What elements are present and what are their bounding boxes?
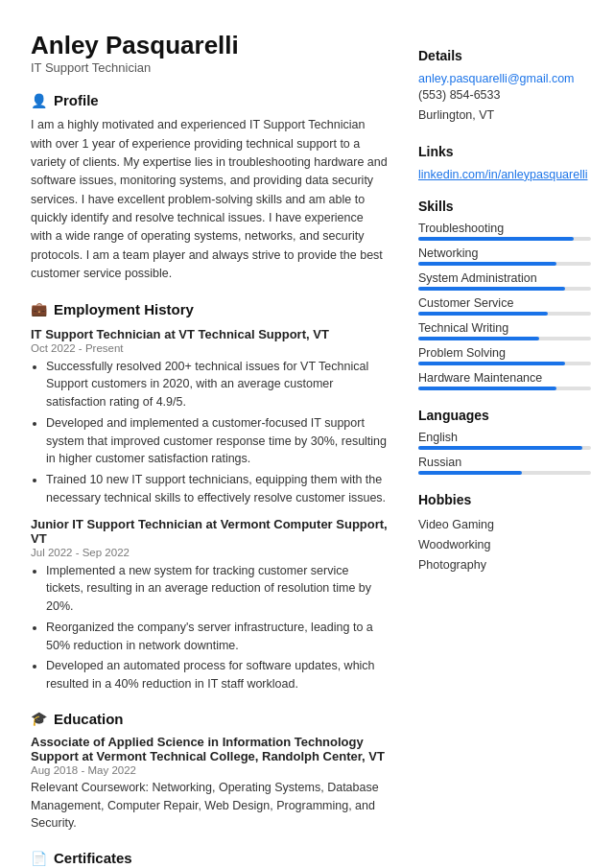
candidate-title: IT Support Technician bbox=[31, 60, 388, 75]
edu-date: Aug 2018 - May 2022 bbox=[31, 764, 388, 776]
skill-item: Technical Writing bbox=[418, 321, 591, 340]
links-section: Links linkedin.com/in/anleypasquarelli bbox=[418, 144, 591, 181]
skill-bar-bg bbox=[418, 237, 591, 241]
skill-label: Hardware Maintenance bbox=[418, 371, 591, 385]
linkedin-link[interactable]: linkedin.com/in/anleypasquarelli bbox=[418, 168, 588, 181]
phone: (553) 854-6533 bbox=[418, 85, 591, 106]
languages-section: Languages EnglishRussian bbox=[418, 408, 591, 475]
job-date: Jul 2022 - Sep 2022 bbox=[31, 547, 388, 558]
candidate-name: Anley Pasquarelli bbox=[31, 31, 388, 60]
skill-bar-fill bbox=[418, 362, 565, 365]
job-title: IT Support Technician at VT Technical Su… bbox=[31, 327, 388, 341]
skill-bar-bg bbox=[418, 337, 591, 340]
skill-item: Networking bbox=[418, 246, 591, 266]
skill-label: Problem Solving bbox=[418, 346, 591, 360]
profile-icon: 👤 bbox=[31, 93, 47, 108]
job-bullet: Developed an automated process for softw… bbox=[46, 657, 388, 693]
job-date: Oct 2022 - Present bbox=[31, 342, 388, 354]
skill-label: Networking bbox=[418, 246, 591, 260]
skill-item: Problem Solving bbox=[418, 346, 591, 365]
skill-bar-bg bbox=[418, 362, 591, 365]
skill-bar-fill bbox=[418, 337, 539, 340]
skill-label: System Administration bbox=[418, 271, 591, 285]
location: Burlington, VT bbox=[418, 106, 591, 126]
resume-header: Anley Pasquarelli IT Support Technician bbox=[31, 31, 388, 75]
language-label: English bbox=[418, 431, 591, 444]
education-section: 🎓 Education Associate of Applied Science… bbox=[31, 711, 388, 833]
links-section-label: Links bbox=[418, 144, 591, 159]
email-link[interactable]: anley.pasquarelli@gmail.com bbox=[418, 72, 575, 85]
hobbies-section: Hobbies Video GamingWoodworkingPhotograp… bbox=[418, 492, 591, 576]
skill-item: Customer Service bbox=[418, 296, 591, 316]
language-label: Russian bbox=[418, 456, 591, 469]
employment-section-label: Employment History bbox=[54, 301, 194, 317]
skill-item: Hardware Maintenance bbox=[418, 371, 591, 390]
skill-label: Troubleshooting bbox=[418, 222, 591, 235]
skill-bar-fill bbox=[418, 312, 548, 316]
languages-section-label: Languages bbox=[418, 408, 591, 423]
skill-bar-bg bbox=[418, 262, 591, 266]
skill-bar-fill bbox=[418, 387, 556, 390]
hobby-item: Video Gaming bbox=[418, 515, 591, 535]
skill-bar-fill bbox=[418, 262, 556, 266]
language-bar-fill bbox=[418, 446, 582, 450]
job-bullet: Reorganized the company's server infrast… bbox=[46, 619, 388, 655]
job-bullet: Developed and implemented a customer-foc… bbox=[46, 414, 388, 468]
certificates-section: 📄 Certificates CompTIA A+ CertificationM… bbox=[31, 850, 388, 868]
details-section-label: Details bbox=[418, 48, 591, 63]
language-bar-bg bbox=[418, 446, 591, 450]
skill-label: Customer Service bbox=[418, 296, 591, 310]
profile-section-label: Profile bbox=[54, 92, 99, 108]
cert-icon: 📄 bbox=[31, 851, 47, 866]
skill-bar-fill bbox=[418, 237, 574, 241]
edu-degree: Associate of Applied Science in Informat… bbox=[31, 735, 388, 763]
skill-bar-bg bbox=[418, 287, 591, 291]
cert-section-label: Certificates bbox=[54, 850, 132, 866]
language-item: Russian bbox=[418, 456, 591, 475]
job-title: Junior IT Support Technician at Vermont … bbox=[31, 517, 388, 546]
skills-section: Skills TroubleshootingNetworkingSystem A… bbox=[418, 199, 591, 390]
hobby-item: Photography bbox=[418, 555, 591, 575]
job-item: IT Support Technician at VT Technical Su… bbox=[31, 327, 388, 507]
skill-item: System Administration bbox=[418, 271, 591, 291]
education-icon: 🎓 bbox=[31, 711, 47, 726]
job-item: Junior IT Support Technician at Vermont … bbox=[31, 517, 388, 693]
language-item: English bbox=[418, 431, 591, 450]
language-bar-fill bbox=[418, 471, 522, 475]
skill-bar-fill bbox=[418, 287, 565, 291]
skill-bar-bg bbox=[418, 387, 591, 390]
employment-icon: 💼 bbox=[31, 301, 47, 317]
profile-text: I am a highly motivated and experienced … bbox=[31, 116, 388, 283]
details-section: Details anley.pasquarelli@gmail.com (553… bbox=[418, 48, 591, 127]
profile-section: 👤 Profile I am a highly motivated and ex… bbox=[31, 92, 388, 283]
employment-section: 💼 Employment History IT Support Technici… bbox=[31, 301, 388, 693]
job-bullet: Implemented a new system for tracking cu… bbox=[46, 562, 388, 616]
language-bar-bg bbox=[418, 471, 591, 475]
skills-section-label: Skills bbox=[418, 199, 591, 214]
skill-bar-bg bbox=[418, 312, 591, 316]
skill-label: Technical Writing bbox=[418, 321, 591, 335]
edu-coursework: Relevant Coursework: Networking, Operati… bbox=[31, 779, 388, 833]
hobby-item: Woodworking bbox=[418, 535, 591, 555]
job-bullet: Trained 10 new IT support technicians, e… bbox=[46, 471, 388, 507]
job-bullet: Successfully resolved 200+ technical iss… bbox=[46, 358, 388, 411]
education-section-label: Education bbox=[54, 711, 124, 727]
hobbies-section-label: Hobbies bbox=[418, 492, 591, 507]
skill-item: Troubleshooting bbox=[418, 222, 591, 241]
